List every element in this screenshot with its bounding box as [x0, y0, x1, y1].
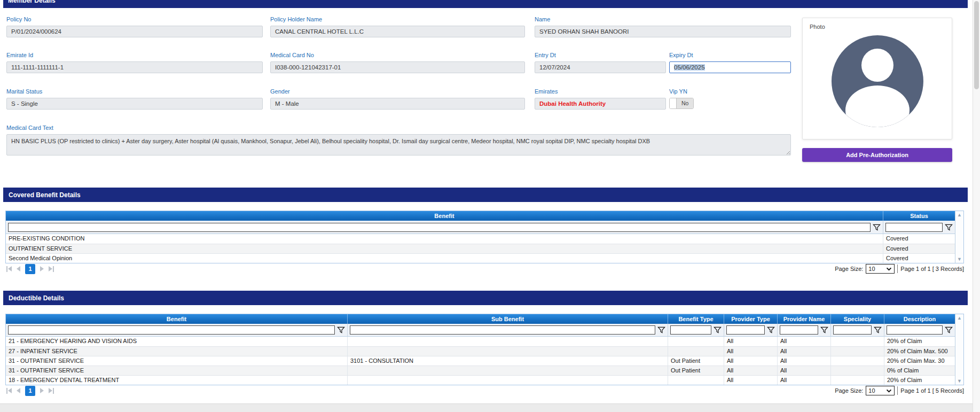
- speciality-cell: [831, 347, 884, 356]
- table-row[interactable]: PRE-EXISTING CONDITION Covered: [6, 234, 955, 244]
- description-cell: 20% of Claim: [884, 376, 955, 385]
- expiry-dt-selected-text: 05/06/2025: [674, 64, 705, 71]
- add-pre-authorization-button[interactable]: Add Pre-Authorization: [802, 148, 952, 162]
- next-page-button[interactable]: [40, 266, 44, 271]
- sub-benefit-cell: [348, 347, 668, 356]
- previous-page-button[interactable]: [17, 266, 20, 271]
- column-header-speciality[interactable]: Speciality: [831, 314, 884, 324]
- gender-field: M - Male: [270, 98, 525, 110]
- benefit-cell: 27 - INPATIENT SERVICE: [6, 347, 348, 356]
- member-details-header-bar: Member Details: [3, 0, 968, 8]
- filter-funnel-icon[interactable]: [945, 326, 953, 334]
- provider-name-filter-input[interactable]: [780, 325, 818, 335]
- description-filter-input[interactable]: [887, 325, 943, 335]
- benefit-filter-input[interactable]: [8, 223, 871, 232]
- column-header-description[interactable]: Description: [884, 314, 955, 324]
- table-row[interactable]: OUTPATIENT SERVICE Covered: [6, 244, 955, 253]
- chevron-down-icon: [886, 267, 892, 271]
- covered-benefits-table: Benefit Status PRE-EXISTING CONDITION Co…: [5, 211, 964, 263]
- provider-name-cell: All: [778, 356, 831, 366]
- policy-holder-name-field: CANAL CENTRAL HOTEL L.L.C: [270, 26, 525, 37]
- provider-name-cell: All: [778, 376, 831, 385]
- table-row[interactable]: Second Medical Opinion Covered: [6, 253, 955, 263]
- covered-benefits-title: Covered Benefit Details: [9, 191, 81, 199]
- column-header-sub-benefit[interactable]: Sub Benefit: [348, 314, 668, 324]
- filter-funnel-icon[interactable]: [657, 326, 665, 334]
- benefit-cell: 31 - OUTPATIENT SERVICE: [6, 356, 348, 366]
- filter-funnel-icon[interactable]: [714, 326, 722, 334]
- avatar: [832, 35, 923, 127]
- column-header-status[interactable]: Status: [883, 211, 955, 221]
- filter-funnel-icon[interactable]: [874, 326, 882, 334]
- speciality-filter-input[interactable]: [833, 325, 872, 335]
- benefit-filter-input[interactable]: [8, 325, 335, 335]
- table-row[interactable]: 18 - EMERGENCY DENTAL TREATMENT All All …: [6, 375, 955, 385]
- policy-no-field: P/01/2024/000624: [6, 26, 263, 37]
- policy-no-label: Policy No: [6, 16, 263, 22]
- column-header-benefit-type[interactable]: Benefit Type: [668, 314, 724, 324]
- speciality-cell: [831, 366, 884, 375]
- scroll-down-icon[interactable]: ▼: [957, 256, 962, 262]
- deductibles-filter-row: [6, 324, 955, 337]
- speciality-cell: [831, 356, 884, 366]
- scroll-up-icon[interactable]: ▲: [957, 212, 962, 217]
- vip-toggle-knob: [670, 98, 677, 108]
- table-scrollbar[interactable]: ▲ ▼: [955, 314, 963, 385]
- page-size-value: 10: [868, 266, 875, 272]
- filter-funnel-icon[interactable]: [945, 223, 953, 231]
- page-number-button[interactable]: 1: [25, 264, 35, 274]
- benefit-type-filter-input[interactable]: [670, 325, 711, 335]
- benefit-type-cell: Out Patient: [668, 366, 724, 375]
- next-page-button[interactable]: [40, 388, 44, 393]
- page-scrollbar[interactable]: [973, 0, 980, 412]
- covered-benefits-section-bar: Covered Benefit Details: [3, 188, 968, 202]
- filter-funnel-icon[interactable]: [820, 326, 828, 334]
- deductibles-table-header-row: Benefit Sub Benefit Benefit Type Provide…: [6, 314, 955, 324]
- table-row[interactable]: 21 - EMERGENCY HEARING AND VISION AIDS A…: [6, 337, 955, 346]
- emirates-label: Emirates: [535, 88, 666, 95]
- table-row[interactable]: 31 - OUTPATIENT SERVICE 3101 - CONSULTAT…: [6, 356, 955, 366]
- speciality-cell: [831, 337, 884, 346]
- provider-name-cell: All: [778, 347, 831, 356]
- page-number-button[interactable]: 1: [25, 386, 35, 396]
- covered-table-header-row: Benefit Status: [6, 211, 955, 221]
- last-page-button[interactable]: [49, 266, 54, 272]
- previous-page-button[interactable]: [17, 388, 20, 393]
- page-size-select[interactable]: 10: [866, 264, 895, 274]
- benefit-type-cell: [668, 376, 724, 385]
- provider-type-filter-input[interactable]: [726, 325, 765, 335]
- filter-funnel-icon[interactable]: [767, 326, 775, 334]
- benefit-type-cell: [668, 347, 724, 356]
- name-label: Name: [535, 16, 791, 22]
- chevron-down-icon: [886, 389, 892, 393]
- first-page-button[interactable]: [6, 266, 12, 272]
- filter-funnel-icon[interactable]: [337, 326, 345, 334]
- page-scrollbar-thumb[interactable]: [974, 1, 979, 89]
- table-scrollbar[interactable]: ▲ ▼: [955, 211, 963, 263]
- expiry-dt-input[interactable]: 05/06/2025: [669, 61, 791, 73]
- page-size-label: Page Size:: [835, 266, 863, 272]
- benefit-type-cell: Out Patient: [668, 356, 724, 366]
- covered-benefits-pager: 1 Page Size: 10 Page 1 of 1 [ 3 Records]: [5, 263, 964, 274]
- sub-benefit-filter-input[interactable]: [350, 325, 655, 335]
- table-row[interactable]: 31 - OUTPATIENT SERVICE Out Patient All …: [6, 366, 955, 375]
- benefit-cell: PRE-EXISTING CONDITION: [6, 234, 883, 244]
- vip-toggle-value: No: [677, 98, 693, 108]
- status-filter-input[interactable]: [885, 223, 943, 232]
- sub-benefit-cell: 3101 - CONSULTATION: [348, 356, 668, 366]
- avatar-head-silhouette: [861, 49, 893, 82]
- entry-dt-label: Entry Dt: [535, 52, 666, 58]
- column-header-benefit[interactable]: Benefit: [6, 314, 348, 324]
- provider-type-cell: All: [724, 337, 778, 346]
- page-size-select[interactable]: 10: [866, 386, 895, 395]
- column-header-provider-type[interactable]: Provider Type: [724, 314, 778, 324]
- vip-toggle[interactable]: No: [669, 98, 694, 109]
- filter-funnel-icon[interactable]: [873, 223, 881, 231]
- scroll-up-icon[interactable]: ▲: [957, 315, 962, 321]
- column-header-provider-name[interactable]: Provider Name: [778, 314, 831, 324]
- last-page-button[interactable]: [49, 388, 54, 394]
- table-row[interactable]: 27 - INPATIENT SERVICE All All 20% of Cl…: [6, 346, 955, 356]
- column-header-benefit[interactable]: Benefit: [6, 211, 883, 221]
- first-page-button[interactable]: [6, 388, 12, 394]
- scroll-down-icon[interactable]: ▼: [957, 378, 962, 384]
